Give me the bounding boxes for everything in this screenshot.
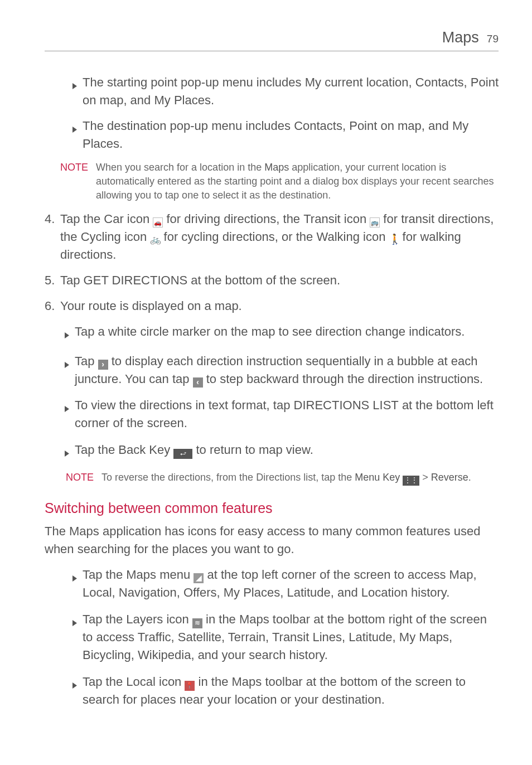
layers-icon: ≋ — [192, 618, 202, 628]
step-num: 4. — [45, 210, 60, 264]
bullet-start-point: The starting point pop-up menu includes … — [72, 74, 499, 109]
step-num: 5. — [45, 272, 60, 289]
chevron-left-icon: ‹ — [193, 377, 203, 388]
back-key-icon: ⮐ — [173, 449, 192, 459]
car-icon: 🚗 — [153, 217, 163, 227]
triangle-bullet-icon — [72, 120, 79, 153]
triangle-bullet-icon — [65, 444, 72, 462]
section-heading-switching: Switching between common features — [45, 498, 499, 518]
maps-menu-icon: ◢ — [194, 573, 204, 583]
section-intro: The Maps application has icons for easy … — [45, 522, 499, 558]
step-5: 5. Tap GET DIRECTIONS at the bottom of t… — [45, 272, 499, 289]
triangle-bullet-icon — [65, 326, 72, 343]
sub-bullet-back-key: Tap the Back Key ⮐ to return to map view… — [65, 441, 499, 462]
header-title: Maps — [442, 27, 479, 49]
chevron-right-icon: › — [98, 360, 108, 370]
feature-bullet-maps-menu: Tap the Maps menu ◢ at the top left corn… — [72, 566, 499, 602]
walking-icon: 🚶 — [389, 235, 399, 245]
feature-bullet-layers: Tap the Layers icon ≋ in the Maps toolba… — [72, 611, 499, 664]
sub-bullet-directions-list: To view the directions in text format, t… — [65, 396, 499, 432]
triangle-bullet-icon — [65, 399, 72, 432]
bullet-destination: The destination pop-up menu includes Con… — [72, 117, 499, 153]
triangle-bullet-icon — [72, 76, 79, 109]
triangle-bullet-icon — [72, 613, 79, 664]
transit-icon: 🚌 — [370, 217, 380, 227]
note-label: NOTE — [60, 161, 88, 203]
note-reverse-directions: NOTE To reverse the directions, from the… — [66, 471, 499, 486]
cycling-icon: 🚲 — [150, 235, 160, 245]
page-header: Maps 79 — [45, 27, 499, 51]
page-number: 79 — [487, 31, 499, 47]
note-label: NOTE — [66, 471, 94, 486]
step-6: 6. Your route is displayed on a map. — [45, 297, 499, 315]
sub-bullet-white-circle: Tap a white circle marker on the map to … — [65, 323, 499, 343]
step-4: 4. Tap the Car icon 🚗 for driving direct… — [45, 210, 499, 264]
triangle-bullet-icon — [65, 355, 72, 388]
sub-bullet-step-directions: Tap › to display each direction instruct… — [65, 352, 499, 388]
menu-key-icon: ⋮⋮ — [403, 476, 419, 486]
local-pin-icon: 📍 — [185, 681, 195, 691]
note-search-location: NOTE When you search for a location in t… — [60, 161, 499, 203]
step-num: 6. — [45, 297, 60, 315]
triangle-bullet-icon — [72, 676, 79, 709]
feature-bullet-local: Tap the Local icon 📍 in the Maps toolbar… — [72, 673, 499, 709]
triangle-bullet-icon — [72, 569, 79, 602]
